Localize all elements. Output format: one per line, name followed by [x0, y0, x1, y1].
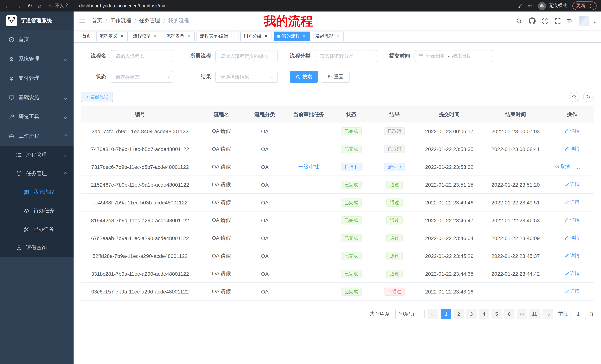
action-cancel-button[interactable]: 取消: [555, 164, 570, 170]
breadcrumb-item[interactable]: 工作流程: [110, 18, 131, 24]
action-detail-button[interactable]: 详情: [565, 217, 580, 223]
user-icon: [16, 245, 22, 251]
result-select-input[interactable]: [215, 71, 278, 83]
cell-current-task: 一级审批: [286, 158, 331, 176]
page-button-1[interactable]: 1: [441, 309, 451, 319]
close-icon[interactable]: ×: [335, 34, 340, 39]
page-ellipsis[interactable]: ⋯: [517, 309, 527, 319]
sidebar-item-7[interactable]: 任务管理: [0, 164, 74, 183]
tab-7[interactable]: 发起流程×: [312, 31, 344, 41]
process-name-input[interactable]: [111, 50, 173, 62]
parent-process-input[interactable]: [215, 50, 278, 62]
page-button-4[interactable]: 4: [479, 309, 489, 319]
search-icon[interactable]: [516, 18, 522, 24]
action-detail-button[interactable]: 详情: [565, 199, 580, 206]
sidebar-item-1[interactable]: ⚙系统管理: [0, 49, 74, 69]
github-icon[interactable]: [529, 17, 536, 24]
close-icon[interactable]: ×: [263, 34, 269, 39]
action-detail-button[interactable]: 详情: [565, 182, 580, 188]
sidebar-item-6[interactable]: 流程管理: [0, 146, 74, 164]
cell-name: OA 请假: [199, 193, 244, 211]
action-detail-button[interactable]: 详情: [565, 128, 580, 134]
forward-icon[interactable]: →: [16, 3, 21, 9]
tab-1[interactable]: 流程定义×: [96, 31, 128, 41]
refresh-button[interactable]: ↻: [583, 92, 594, 102]
cell-end-time: 2022-01-23 00:08:41: [481, 140, 551, 158]
avatar[interactable]: [579, 16, 590, 26]
result-select[interactable]: [215, 71, 278, 83]
tab-4[interactable]: 流程表单-编辑×: [197, 31, 239, 41]
cell-id: 7470a810-7b9b-11ec-b5b7-acde48001122: [81, 140, 199, 158]
cell-actions: 详情: [551, 211, 594, 229]
close-icon[interactable]: ×: [119, 34, 124, 39]
submit-time-range-picker[interactable]: 开始日期 - 结束日期: [415, 50, 493, 62]
browser-home-icon[interactable]: ⌂: [38, 3, 41, 9]
hamburger-icon[interactable]: [79, 17, 86, 24]
chevron-down-icon: [64, 57, 67, 61]
column-header: 流程分类: [244, 107, 286, 122]
cell-id-text: 3ad174fb-7b9d-11ec-8404-acde48001122: [92, 128, 189, 134]
close-icon[interactable]: ×: [230, 34, 235, 39]
sidebar-item-3[interactable]: 基础设施: [0, 88, 74, 107]
help-icon[interactable]: ?: [542, 18, 548, 24]
action-detail-button[interactable]: 详情: [565, 146, 580, 152]
fullscreen-icon[interactable]: [555, 18, 561, 24]
action-detail-button[interactable]: 详情: [565, 235, 580, 241]
search-toggle-button[interactable]: [569, 92, 580, 102]
breadcrumb-item[interactable]: 任务管理: [139, 18, 160, 24]
font-size-icon[interactable]: TT: [567, 18, 573, 24]
create-process-button[interactable]: + 发起流程: [81, 92, 113, 102]
tab-0[interactable]: 首页: [79, 31, 94, 41]
page-button-6[interactable]: 6: [504, 309, 514, 319]
address-bar[interactable]: ⚠ 不安全 | dashboard.yudao.iocoder.cn/bpm/t…: [48, 3, 165, 9]
action-detail-button[interactable]: 详情: [565, 270, 580, 277]
tab-2[interactable]: 流程模型×: [130, 31, 161, 41]
search-button[interactable]: 搜索: [290, 71, 318, 83]
sidebar-item-11[interactable]: 请假查询: [0, 239, 74, 257]
table-row: 331bc281-7b9a-11ec-a290-acde48001122OA 请…: [81, 265, 594, 283]
current-task-link[interactable]: 一级审批: [298, 163, 319, 169]
status-select-input[interactable]: [111, 71, 173, 83]
sidebar-item-8[interactable]: 我的流程: [0, 183, 74, 201]
reset-button[interactable]: ↻ 重置: [322, 71, 349, 83]
page-button-11[interactable]: 11: [529, 309, 540, 319]
close-icon[interactable]: ×: [153, 34, 158, 39]
start-date-placeholder: 开始日期: [426, 53, 445, 59]
sidebar-item-2[interactable]: ¥支付管理: [0, 69, 74, 88]
tab-6[interactable]: 我的流程×: [274, 31, 310, 41]
sidebar-item-5[interactable]: 工作流程: [0, 126, 74, 146]
cell-id: ec45f38f-7b9a-11ec-b03b-acde48001122: [81, 193, 199, 211]
sidebar-item-0[interactable]: 首页: [0, 30, 74, 49]
app-logo[interactable]: 芋道管理系统: [0, 11, 74, 30]
next-page-button[interactable]: [543, 309, 553, 319]
category-select-input[interactable]: [315, 50, 377, 62]
breadcrumb-item[interactable]: 首页: [92, 18, 102, 24]
page-button-2[interactable]: 2: [453, 309, 464, 319]
tab-3[interactable]: 流程表单×: [163, 31, 195, 41]
update-button[interactable]: 更新 ⋮: [572, 1, 597, 10]
cell-id: 2152467e-7b9b-11ec-9a1b-acde48001122: [81, 176, 199, 193]
sidebar-item-4[interactable]: 研发工具: [0, 107, 74, 126]
reload-icon[interactable]: ↻: [28, 3, 32, 9]
close-icon[interactable]: ×: [302, 34, 307, 39]
sidebar-item-10[interactable]: 已办任务: [0, 220, 74, 239]
page-button-5[interactable]: 5: [491, 309, 502, 319]
star-icon[interactable]: ☆: [528, 3, 533, 9]
cell-id: 7317cec6-7b9b-11ec-b5b7-acde48001122: [81, 158, 199, 176]
sidebar-item-label: 我的流程: [33, 189, 54, 196]
close-icon[interactable]: ×: [186, 34, 191, 39]
action-detail-button[interactable]: 详情: [565, 288, 580, 295]
page-size-select[interactable]: 10条/页: [395, 309, 425, 319]
tab-5[interactable]: 用户分组×: [240, 31, 272, 41]
action-detail-button[interactable]: 详情: [565, 253, 580, 259]
status-select[interactable]: [111, 71, 173, 83]
menu-dots-icon[interactable]: ⋮: [588, 3, 593, 9]
sidebar-item-9[interactable]: 待办任务: [0, 201, 74, 220]
back-icon[interactable]: ←: [4, 3, 10, 9]
key-icon[interactable]: [517, 3, 522, 9]
goto-page-input[interactable]: [571, 309, 586, 319]
incognito-badge[interactable]: 无痕模式: [538, 2, 567, 10]
category-select[interactable]: [315, 50, 377, 62]
cell-end-time-text: 2022-01-22 23:46:09: [491, 235, 540, 241]
page-button-3[interactable]: 3: [466, 309, 477, 319]
